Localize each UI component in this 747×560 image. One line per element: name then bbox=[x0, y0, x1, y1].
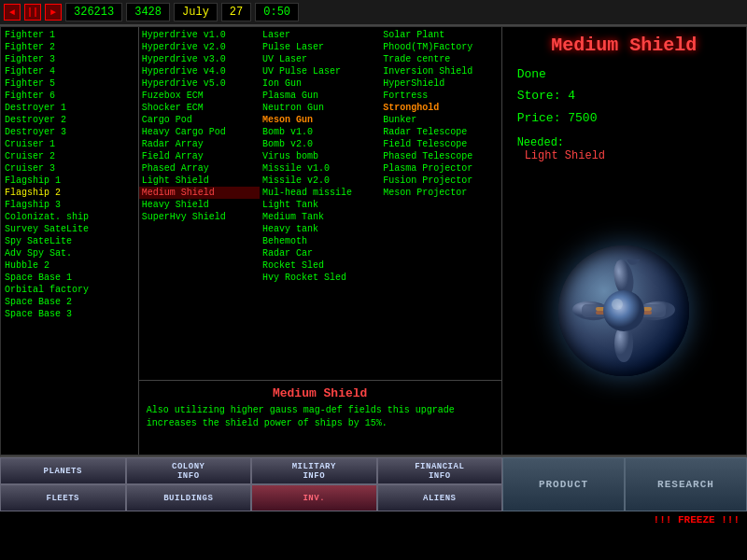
tech-item[interactable]: Fuzebox ECM bbox=[139, 90, 260, 102]
list-item[interactable]: Cruiser 2 bbox=[1, 150, 138, 162]
tech-item[interactable]: Bomb v2.0 bbox=[260, 138, 380, 150]
tech-item[interactable]: Meson Projector bbox=[380, 187, 500, 199]
tech-item[interactable]: Rocket Sled bbox=[260, 259, 380, 272]
tech-item[interactable]: Heavy Cargo Pod bbox=[139, 126, 260, 138]
time-display: 0:50 bbox=[255, 3, 299, 21]
tech-item[interactable]: Fortress bbox=[380, 90, 500, 102]
tech-item[interactable]: Hvy Rocket Sled bbox=[260, 272, 380, 284]
money-display: 326213 bbox=[65, 3, 122, 21]
tech-item[interactable]: Heavy Shield bbox=[139, 199, 260, 211]
inv-btn[interactable]: INV. bbox=[251, 484, 377, 511]
list-item[interactable]: Fighter 4 bbox=[1, 65, 138, 77]
list-item[interactable]: Destroyer 3 bbox=[1, 126, 138, 138]
financial-info-btn[interactable]: FINANCIALINFO bbox=[377, 457, 503, 484]
left-arrow-btn[interactable]: ◄ bbox=[4, 4, 21, 21]
tech-item[interactable]: Fusion Projector bbox=[380, 175, 500, 187]
list-item[interactable]: Fighter 3 bbox=[1, 53, 138, 65]
tech-item[interactable]: Plasma Gun bbox=[260, 90, 380, 102]
tech-item[interactable]: Missile v2.0 bbox=[260, 175, 380, 187]
tech-item[interactable]: Trade centre bbox=[380, 53, 500, 65]
list-item[interactable]: Flagship 3 bbox=[1, 199, 138, 211]
tech-panel: Hyperdrive v1.0 Hyperdrive v2.0 Hyperdri… bbox=[139, 27, 502, 455]
tech-item[interactable]: Hyperdrive v4.0 bbox=[139, 65, 260, 77]
fleets-btn[interactable]: FLEETS bbox=[0, 484, 126, 511]
pause-btn[interactable]: || bbox=[24, 4, 41, 21]
day-display: 27 bbox=[221, 3, 251, 21]
tech-item[interactable]: Cargo Pod bbox=[139, 114, 260, 126]
tech-item[interactable]: UV Laser bbox=[260, 53, 380, 65]
list-item[interactable]: Cruiser 3 bbox=[1, 162, 138, 175]
tech-item[interactable]: Phased Telescope bbox=[380, 150, 500, 162]
list-item[interactable]: Orbital factory bbox=[1, 284, 138, 296]
colony-info-btn[interactable]: COLONYINFO bbox=[126, 457, 252, 484]
list-item[interactable]: Flagship 1 bbox=[1, 175, 138, 187]
tech-item[interactable]: Virus bomb bbox=[260, 150, 380, 162]
tech-item[interactable]: Shocker ECM bbox=[139, 102, 260, 114]
tech-item[interactable]: Ion Gun bbox=[260, 77, 380, 90]
list-item[interactable]: Spy SateLite bbox=[1, 235, 138, 247]
tech-item[interactable]: Phood(TM)Factory bbox=[380, 41, 500, 53]
tech-item[interactable]: Mul-head missile bbox=[260, 187, 380, 199]
military-info-btn[interactable]: MILITARYINFO bbox=[251, 457, 377, 484]
tech-item[interactable]: Plasma Projector bbox=[380, 162, 500, 175]
research-btn[interactable]: RESEARCH bbox=[625, 457, 747, 511]
tech-item[interactable]: Behemoth bbox=[260, 235, 380, 247]
list-item[interactable]: Cruiser 1 bbox=[1, 138, 138, 150]
tech-item[interactable]: SuperHvy Shield bbox=[139, 211, 260, 223]
tech-item[interactable]: Bomb v1.0 bbox=[260, 126, 380, 138]
tech-item[interactable]: Field Array bbox=[139, 150, 260, 162]
price-label: Price: 7500 bbox=[517, 107, 731, 129]
list-item[interactable]: Survey SateLite bbox=[1, 223, 138, 235]
tech-item-stronghold[interactable]: Stronghold bbox=[380, 102, 500, 114]
needed-title: Needed: bbox=[517, 136, 731, 149]
tech-item[interactable]: Radar Car bbox=[260, 247, 380, 259]
tech-item-medium-shield[interactable]: Medium Shield bbox=[139, 187, 260, 199]
list-item[interactable]: Destroyer 1 bbox=[1, 102, 138, 114]
list-item[interactable]: Fighter 6 bbox=[1, 90, 138, 102]
tech-item[interactable]: Bunker bbox=[380, 114, 500, 126]
list-item[interactable]: Colonizat. ship bbox=[1, 211, 138, 223]
tech-item-meson-gun[interactable]: Meson Gun bbox=[260, 114, 380, 126]
tech-item[interactable]: Hyperdrive v2.0 bbox=[139, 41, 260, 53]
freeze-bar: !!! FREEZE !!! bbox=[0, 511, 747, 528]
model-display bbox=[502, 166, 746, 455]
tech-item[interactable]: Hyperdrive v5.0 bbox=[139, 77, 260, 90]
list-item[interactable]: Flagship 2 bbox=[1, 187, 138, 199]
planets-btn[interactable]: PLANETS bbox=[0, 457, 126, 484]
tech-item[interactable]: Phased Array bbox=[139, 162, 260, 175]
aliens-btn[interactable]: ALIENS bbox=[377, 484, 503, 511]
list-item[interactable]: Fighter 2 bbox=[1, 41, 138, 53]
tech-item[interactable]: Radar Telescope bbox=[380, 126, 500, 138]
tech-item[interactable]: UV Pulse Laser bbox=[260, 65, 380, 77]
nav-row-1: PLANETS COLONYINFO MILITARYINFO FINANCIA… bbox=[0, 457, 502, 484]
tech-item[interactable]: Laser bbox=[260, 29, 380, 41]
tech-item[interactable]: Neutron Gun bbox=[260, 102, 380, 114]
tech-item[interactable]: Medium Tank bbox=[260, 211, 380, 223]
buildings-btn[interactable]: BUILDINGS bbox=[126, 484, 252, 511]
tech-item[interactable]: Inversion Shield bbox=[380, 65, 500, 77]
tech-item[interactable]: Hyperdrive v1.0 bbox=[139, 29, 260, 41]
list-item[interactable]: Fighter 1 bbox=[1, 29, 138, 41]
list-item[interactable]: Space Base 3 bbox=[1, 308, 138, 320]
tech-item[interactable]: Missile v1.0 bbox=[260, 162, 380, 175]
list-item[interactable]: Space Base 1 bbox=[1, 272, 138, 284]
list-item[interactable]: Adv Spy Sat. bbox=[1, 247, 138, 259]
list-item[interactable]: Destroyer 2 bbox=[1, 114, 138, 126]
tech-item[interactable]: HyperShield bbox=[380, 77, 500, 90]
tech-item[interactable]: Hyperdrive v3.0 bbox=[139, 53, 260, 65]
tech-item[interactable]: Pulse Laser bbox=[260, 41, 380, 53]
list-item[interactable]: Space Base 2 bbox=[1, 296, 138, 308]
tech-item[interactable]: Field Telescope bbox=[380, 138, 500, 150]
model-3d bbox=[558, 245, 689, 376]
tech-item[interactable]: Heavy tank bbox=[260, 223, 380, 235]
tech-item[interactable]: Light Tank bbox=[260, 199, 380, 211]
tech-item[interactable]: Light Shield bbox=[139, 175, 260, 187]
right-arrow-btn[interactable]: ► bbox=[45, 4, 62, 21]
product-btn[interactable]: PRODUCT bbox=[502, 457, 625, 511]
list-item[interactable]: Hubble 2 bbox=[1, 259, 138, 272]
tech-item[interactable]: Radar Array bbox=[139, 138, 260, 150]
list-item[interactable]: Fighter 5 bbox=[1, 77, 138, 90]
month-display: July bbox=[174, 3, 218, 21]
tech-item[interactable]: Solar Plant bbox=[380, 29, 500, 41]
nav-row-2: FLEETS BUILDINGS INV. ALIENS bbox=[0, 484, 502, 511]
